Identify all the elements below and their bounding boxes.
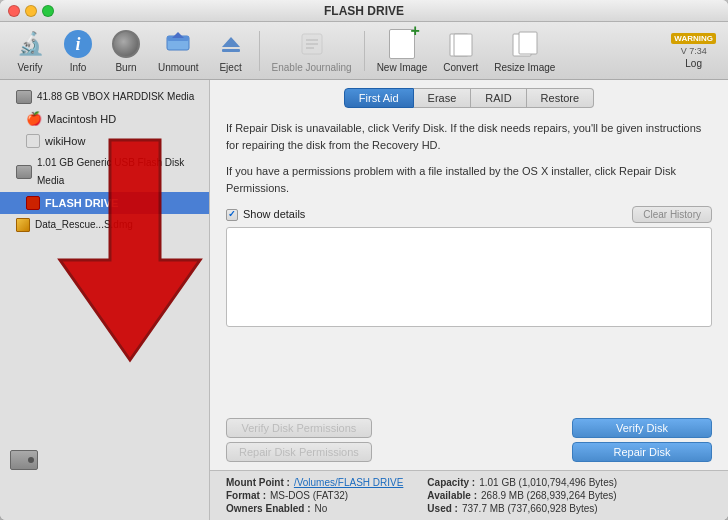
mount-point-row: Mount Point : /Volumes/FLASH DRIVE	[226, 477, 403, 488]
tab-first-aid[interactable]: First Aid	[344, 88, 414, 108]
unmount-label: Unmount	[158, 62, 199, 73]
eject-label: Eject	[219, 62, 241, 73]
info-col-left: Mount Point : /Volumes/FLASH DRIVE Forma…	[226, 477, 403, 514]
format-row: Format : MS-DOS (FAT32)	[226, 490, 403, 501]
bottom-info-bar: Mount Point : /Volumes/FLASH DRIVE Forma…	[210, 470, 728, 520]
available-row: Available : 268.9 MB (268,939,264 Bytes)	[427, 490, 617, 501]
verify-label: Verify	[17, 62, 42, 73]
content-area: If Repair Disk is unavailable, click Ver…	[210, 108, 728, 418]
right-buttons: Verify Disk Repair Disk	[572, 418, 712, 462]
toolbar: 🔬 Verify i Info Burn	[0, 22, 728, 80]
info-col-right: Capacity : 1.01 GB (1,010,794,496 Bytes)…	[427, 477, 617, 514]
tab-raid[interactable]: RAID	[471, 88, 526, 108]
drive-bottom-icon	[10, 450, 38, 470]
used-row: Used : 737.7 MB (737,660,928 Bytes)	[427, 503, 617, 514]
main-content: 41.88 GB VBOX HARDDISK Media 🍎 Macintosh…	[0, 80, 728, 520]
format-value: MS-DOS (FAT32)	[270, 490, 348, 501]
new-image-icon: +	[386, 28, 418, 60]
window-controls	[8, 5, 54, 17]
tab-erase[interactable]: Erase	[414, 88, 472, 108]
left-buttons: Verify Disk Permissions Repair Disk Perm…	[226, 418, 372, 462]
sidebar: 41.88 GB VBOX HARDDISK Media 🍎 Macintosh…	[0, 80, 210, 520]
info-label: Info	[70, 62, 87, 73]
verify-disk-button[interactable]: Verify Disk	[572, 418, 712, 438]
toolbar-verify[interactable]: 🔬 Verify	[8, 26, 52, 75]
toolbar-eject[interactable]: Eject	[209, 26, 253, 75]
toolbar-convert[interactable]: Convert	[437, 26, 484, 75]
sidebar-item-data-rescue[interactable]: Data_Rescue...S.dmg	[0, 214, 209, 236]
svg-marker-2	[172, 32, 184, 38]
log-version: V 7:34	[681, 46, 707, 56]
capacity-label: Capacity :	[427, 477, 475, 488]
owners-value: No	[314, 503, 327, 514]
toolbar-info[interactable]: i Info	[56, 26, 100, 75]
convert-label: Convert	[443, 62, 478, 73]
format-label: Format :	[226, 490, 266, 501]
toolbar-burn[interactable]: Burn	[104, 26, 148, 75]
toolbar-separator	[259, 31, 260, 71]
log-label: Log	[685, 58, 702, 69]
dmg-icon	[16, 218, 30, 232]
action-buttons: Verify Disk Permissions Repair Disk Perm…	[210, 418, 728, 470]
microscope-icon: 🔬	[14, 28, 46, 60]
sidebar-item-flash-drive[interactable]: FLASH DRIVE	[0, 192, 209, 214]
show-details-label: Show details	[243, 206, 305, 223]
used-value: 737.7 MB (737,660,928 Bytes)	[462, 503, 598, 514]
resize-icon	[509, 28, 541, 60]
toolbar-unmount[interactable]: Unmount	[152, 26, 205, 75]
right-panel: First Aid Erase RAID Restore If Repair D…	[210, 80, 728, 520]
svg-rect-10	[519, 32, 537, 54]
close-button[interactable]	[8, 5, 20, 17]
capacity-row: Capacity : 1.01 GB (1,010,794,496 Bytes)	[427, 477, 617, 488]
sidebar-item-flash-label: FLASH DRIVE	[45, 194, 118, 212]
owners-row: Owners Enabled : No	[226, 503, 403, 514]
volume-icon	[26, 134, 40, 148]
unmount-icon	[162, 28, 194, 60]
available-label: Available :	[427, 490, 477, 501]
toolbar-enable-journaling[interactable]: Enable Journaling	[266, 26, 358, 75]
sidebar-item-usb-label: 1.01 GB Generic USB Flash Disk Media	[37, 154, 201, 190]
eject-icon	[215, 28, 247, 60]
window-title: FLASH DRIVE	[324, 4, 404, 18]
sidebar-item-wikihow-label: wikiHow	[45, 132, 85, 150]
first-aid-paragraph2: If you have a permissions problem with a…	[226, 163, 712, 196]
usb-disk-icon	[16, 165, 32, 179]
burn-label: Burn	[115, 62, 136, 73]
maximize-button[interactable]	[42, 5, 54, 17]
toolbar-separator2	[364, 31, 365, 71]
flash-drive-icon	[26, 196, 40, 210]
tab-bar: First Aid Erase RAID Restore	[210, 80, 728, 108]
repair-permissions-button[interactable]: Repair Disk Permissions	[226, 442, 372, 462]
burn-icon	[110, 28, 142, 60]
info-icon: i	[62, 28, 94, 60]
disk-utility-window: FLASH DRIVE 🔬 Verify i Info Burn	[0, 0, 728, 520]
titlebar: FLASH DRIVE	[0, 0, 728, 22]
repair-disk-button[interactable]: Repair Disk	[572, 442, 712, 462]
sidebar-item-usb-media[interactable]: 1.01 GB Generic USB Flash Disk Media	[0, 152, 209, 192]
apple-icon: 🍎	[26, 110, 42, 128]
show-details-checkbox[interactable]	[226, 209, 238, 221]
sidebar-item-vbox[interactable]: 41.88 GB VBOX HARDDISK Media	[0, 86, 209, 108]
used-label: Used :	[427, 503, 458, 514]
enable-journaling-label: Enable Journaling	[272, 62, 352, 73]
show-details-row: Show details Clear History	[226, 206, 712, 223]
tab-restore[interactable]: Restore	[527, 88, 595, 108]
verify-permissions-button[interactable]: Verify Disk Permissions	[226, 418, 372, 438]
sidebar-item-macintosh-hd[interactable]: 🍎 Macintosh HD	[0, 108, 209, 130]
log-area[interactable]: WARNING V 7:34 Log	[671, 33, 720, 69]
mount-point-label: Mount Point :	[226, 477, 290, 488]
mount-point-value[interactable]: /Volumes/FLASH DRIVE	[294, 477, 403, 488]
sidebar-item-data-rescue-label: Data_Rescue...S.dmg	[35, 216, 133, 234]
journaling-icon	[296, 28, 328, 60]
sidebar-item-wikihow[interactable]: wikiHow	[0, 130, 209, 152]
minimize-button[interactable]	[25, 5, 37, 17]
owners-label: Owners Enabled :	[226, 503, 310, 514]
toolbar-new-image[interactable]: + New Image	[371, 26, 434, 75]
disk-icon	[16, 90, 32, 104]
details-textarea[interactable]	[226, 227, 712, 327]
svg-rect-8	[454, 34, 472, 56]
toolbar-resize-image[interactable]: Resize Image	[488, 26, 561, 75]
warning-badge: WARNING	[671, 33, 716, 44]
clear-history-button[interactable]: Clear History	[632, 206, 712, 223]
first-aid-paragraph1: If Repair Disk is unavailable, click Ver…	[226, 120, 712, 153]
